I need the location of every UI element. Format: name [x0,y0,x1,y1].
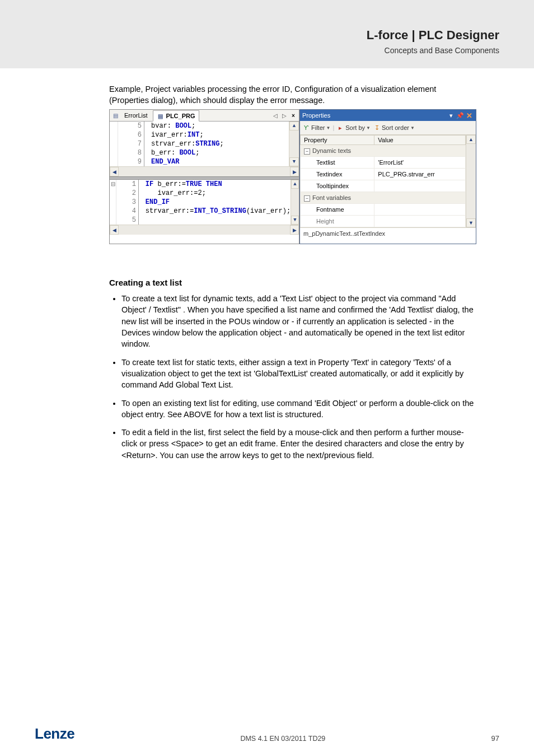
group-font-variables[interactable]: −Font variables [301,192,466,204]
code-editor: ▤ ErrorList ▤ PLC_PRG ◁ ▷ × 5 [109,109,299,244]
line-gutter: 5 6 7 8 9 [118,122,144,166]
chevron-down-icon: ▼ [366,125,371,130]
properties-title-text: Properties [302,112,447,119]
col-property[interactable]: Property [301,136,374,145]
cell-value[interactable]: PLC_PRG.strvar_err [374,169,466,180]
cell-label: Tooltipindex [301,180,374,192]
filter-button[interactable]: Ƴ Filter ▼ [302,124,330,132]
props-vscroll[interactable]: ▲ ▼ [466,135,476,227]
doc-title: L-force | PLC Designer [0,28,499,43]
row-height: Height [301,216,466,227]
impl-hscroll[interactable]: ◀ ▶ [110,225,299,235]
sortorder-icon: ↧ [373,124,381,132]
tab-prev-icon[interactable]: ◁ [271,111,279,119]
cell-value[interactable] [374,204,466,216]
figure-caption: Example, Project variables processing th… [109,84,475,106]
tab-close-icon[interactable]: × [289,111,297,119]
lenze-logo: Lenze [35,725,74,743]
doc-subtitle: Concepts and Base Components [0,46,499,55]
pin-icon[interactable]: 📌 [456,112,465,119]
table-header: Property Value [301,136,466,145]
sort-icon: ▸ [336,124,344,132]
scroll-down-icon[interactable]: ▼ [289,157,299,166]
cell-value[interactable] [374,180,466,192]
scroll-right-icon[interactable]: ▶ [290,225,299,235]
page-number: 97 [491,734,499,743]
close-panel-icon[interactable]: ✕ [465,111,474,120]
cell-value[interactable]: 'ErrorList' [374,157,466,169]
decl-vscroll[interactable]: ▲ ▼ [289,122,299,166]
row-textlist: Textlist 'ErrorList' [301,157,466,169]
tab-label: ErrorList [124,112,148,119]
properties-path: m_pDynamicText..stTextIndex [300,227,476,244]
editor-tabbar: ▤ ErrorList ▤ PLC_PRG ◁ ▷ × [110,110,299,122]
scroll-up-icon[interactable]: ▲ [466,135,476,144]
scroll-right-icon[interactable]: ▶ [290,167,299,176]
collapse-icon[interactable]: − [304,148,310,155]
properties-panel: Properties ▾ 📌 ✕ Ƴ Filter ▼ | ▸ Sort by … [299,109,476,244]
tab-next-icon[interactable]: ▷ [280,111,288,119]
impl-code[interactable]: IF b_err:=TRUE THEN ivar_err:=2; END_IF … [139,180,291,225]
scroll-down-icon[interactable]: ▼ [291,216,299,225]
st-file-icon: ▤ [157,112,165,120]
list-item: To create text list for static texts, ei… [121,357,475,391]
declaration-pane: 5 6 7 8 9 bvar: BOOL; ivar_err:INT; strv… [110,122,299,176]
list-item: To open an existing text list for editin… [121,398,475,421]
impl-vscroll[interactable]: ▲ ▼ [291,180,299,225]
group-dynamic-texts[interactable]: −Dynamic texts [301,145,466,157]
filter-icon: Ƴ [302,124,310,132]
cell-label: Textindex [301,169,374,180]
scroll-left-icon[interactable]: ◀ [110,167,119,176]
col-value[interactable]: Value [374,136,466,145]
scroll-left-icon[interactable]: ◀ [110,225,119,235]
ide-screenshot: ▤ ErrorList ▤ PLC_PRG ◁ ▷ × 5 [109,109,476,244]
scroll-down-icon[interactable]: ▼ [466,218,476,227]
fold-column: ⊟ [110,180,116,225]
list-item: To edit a field in the list, first selec… [121,427,475,461]
page-header: L-force | PLC Designer Concepts and Base… [0,28,499,55]
properties-table: Property Value −Dynamic texts Textlist '… [300,135,466,227]
tab-label: PLC_PRG [166,113,195,119]
list-item: To create a text list for dynamic texts,… [121,293,475,349]
doc-list-icon: ▤ [111,111,119,119]
panel-menu-icon[interactable]: ▾ [447,112,456,119]
fold-column [110,122,118,166]
chevron-down-icon: ▼ [326,125,330,130]
sortorder-button[interactable]: ↧ Sort order ▼ [373,124,415,132]
cell-label: Fontname [301,204,374,216]
bullet-list: To create a text list for dynamic texts,… [109,293,475,461]
page-footer: Lenze DMS 4.1 EN 03/2011 TD29 97 [35,725,499,743]
cell-label: Height [301,216,374,227]
properties-titlebar: Properties ▾ 📌 ✕ [300,110,476,121]
line-gutter: 1 2 3 4 5 [116,180,138,225]
collapse-icon[interactable]: − [304,195,310,202]
tab-plc-prg[interactable]: ▤ PLC_PRG [153,110,199,122]
cell-label: Textlist [301,157,374,169]
decl-hscroll[interactable]: ◀ ▶ [110,166,299,176]
properties-toolbar: Ƴ Filter ▼ | ▸ Sort by ▼ ↧ Sort order ▼ [300,121,476,135]
section-title: Creating a text list [109,278,475,287]
scroll-up-icon[interactable]: ▲ [291,180,299,189]
footer-doc-id: DMS 4.1 EN 03/2011 TD29 [74,735,491,743]
row-tooltipindex: Tooltipindex [301,180,466,192]
implementation-pane: ⊟ 1 2 3 4 5 IF b_err:=TRUE THEN ivar_err… [110,180,299,235]
cell-value[interactable] [374,216,466,227]
row-fontname: Fontname [301,204,466,216]
sortby-button[interactable]: ▸ Sort by ▼ [336,124,371,132]
row-textindex: Textindex PLC_PRG.strvar_err [301,169,466,180]
scroll-up-icon[interactable]: ▲ [289,122,299,130]
tab-errorlist[interactable]: ErrorList [120,110,152,120]
decl-code[interactable]: bvar: BOOL; ivar_err:INT; strvar_err:STR… [144,122,289,166]
chevron-down-icon: ▼ [410,125,415,130]
